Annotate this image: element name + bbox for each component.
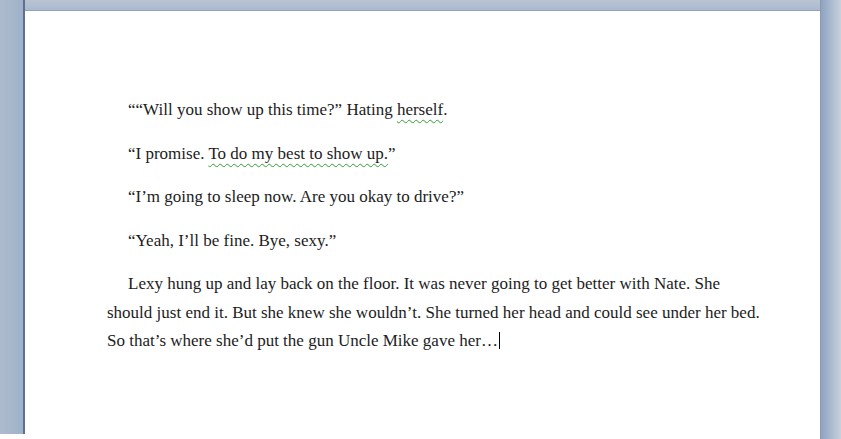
dialogue-text: “Yeah, I’ll be fine. Bye, sexy.” [128,231,336,250]
workspace-background-right [820,0,841,439]
paragraph-dialogue-1[interactable]: ““Will you show up this time?” Hating he… [107,96,822,125]
grammar-error-text[interactable]: To do my best to show up. [208,144,388,163]
workspace-background-left [0,0,25,434]
dialogue-text: “I promise. [128,144,208,163]
paragraph-dialogue-2[interactable]: “I promise. To do my best to show up.” [107,140,822,169]
document-page[interactable]: ““Will you show up this time?” Hating he… [25,10,820,439]
narrative-line-1[interactable]: Lexy hung up and lay back on the floor. … [107,270,822,299]
paragraph-dialogue-3[interactable]: “I’m going to sleep now. Are you okay to… [107,183,822,212]
narrative-line-3[interactable]: So that’s where she’d put the gun Uncle … [107,327,822,356]
narrative-text: Lexy hung up and lay back on the floor. … [128,274,720,293]
text-cursor [499,332,501,349]
document-text-area[interactable]: ““Will you show up this time?” Hating he… [107,96,822,356]
paragraph-narrative[interactable]: Lexy hung up and lay back on the floor. … [107,270,822,356]
workspace-background-top [0,0,841,10]
narrative-text: So that’s where she’d put the gun Uncle … [107,331,498,350]
dialogue-text: “I’m going to sleep now. Are you okay to… [128,187,464,206]
narrative-line-2[interactable]: should just end it. But she knew she wou… [107,299,822,328]
dialogue-text: . [443,100,447,119]
paragraph-dialogue-4[interactable]: “Yeah, I’ll be fine. Bye, sexy.” [107,227,822,256]
dialogue-text: ““Will you show up this time?” Hating [128,100,397,119]
narrative-text: should just end it. But she knew she wou… [107,303,760,322]
dialogue-text: ” [388,144,396,163]
grammar-error-text[interactable]: herself [397,100,443,119]
